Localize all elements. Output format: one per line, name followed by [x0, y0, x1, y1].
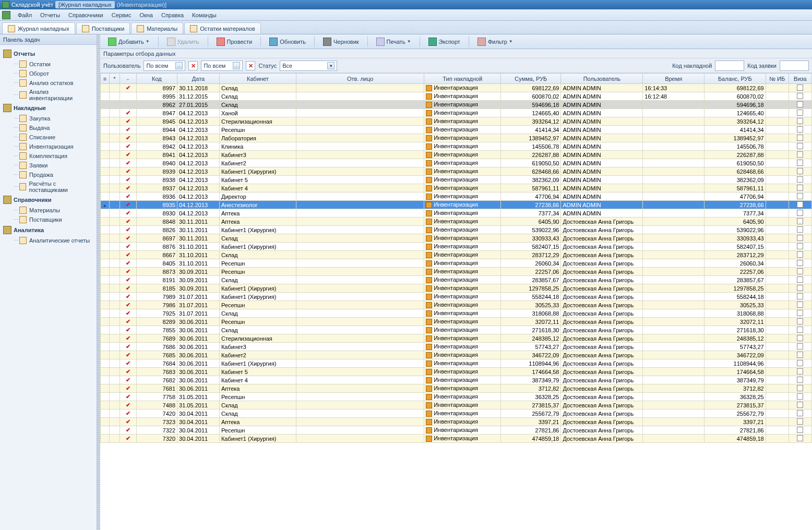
visa-checkbox[interactable] [797, 85, 803, 91]
tab-остатки-материалов[interactable]: Остатки материалов [184, 22, 260, 34]
tree-item[interactable]: ⋯Расчёты с поставщиками [2, 179, 94, 194]
table-row[interactable]: ▸✔893504.12.2013АнестезиологИнвентаризац… [101, 201, 812, 209]
visa-checkbox[interactable] [797, 318, 803, 324]
visa-checkbox[interactable] [797, 243, 803, 249]
menu-отчеты[interactable]: Отчеты [36, 11, 64, 19]
table-row[interactable]: ✔893904.12.2013Кабинет1 (Хирургия)Инвент… [101, 167, 812, 176]
tree-item[interactable]: ⋯Оборот [2, 69, 94, 78]
table-row[interactable]: ✔792531.07.2011СкладИнвентаризация318068… [101, 309, 812, 318]
table-row[interactable]: ✔732330.04.2011АптекаИнвентаризация3397,… [101, 418, 812, 426]
visa-checkbox[interactable] [797, 343, 803, 350]
visa-checkbox[interactable] [797, 168, 803, 174]
tree-item[interactable]: ⋯Инвентаризация [2, 142, 94, 151]
table-row[interactable]: ✔882630.11.2011Кабинет1 (Хирургия)Инвент… [101, 226, 812, 234]
visa-checkbox[interactable] [797, 402, 803, 408]
app-menu-icon[interactable] [2, 11, 10, 19]
tree-group[interactable]: Аналитика [2, 224, 94, 236]
visa-checkbox[interactable] [797, 310, 803, 316]
menu-справочники[interactable]: Справочники [64, 11, 108, 19]
visa-checkbox[interactable] [797, 427, 803, 433]
visa-checkbox[interactable] [797, 135, 803, 141]
tree-item[interactable]: ⋯Заявки [2, 161, 94, 170]
table-row[interactable]: ✔866731.10.2011СкладИнвентаризация283712… [101, 251, 812, 259]
draft-button[interactable]: Черновик [318, 36, 364, 47]
table-row[interactable]: ✔894004.12.2013Кабинет2Инвентаризация619… [101, 159, 812, 167]
refresh-button[interactable]: Обновить [265, 36, 311, 47]
tree-item[interactable]: ⋯Анализ остатков [2, 78, 94, 88]
ellipsis-icon[interactable]: … [233, 62, 240, 69]
visa-checkbox[interactable] [797, 368, 803, 375]
table-row[interactable]: ✔768530.06.2011Кабинет2Инвентаризация346… [101, 351, 812, 359]
tab-журнал-накладных[interactable]: Журнал накладных [2, 22, 75, 34]
visa-checkbox[interactable] [797, 235, 803, 241]
tree-group[interactable]: Отчеты [2, 48, 94, 59]
clear-combo2-button[interactable]: ✕ [246, 61, 255, 70]
invoice-code-input[interactable] [715, 61, 744, 71]
user-combo[interactable]: По всем… [144, 61, 185, 71]
menu-справка[interactable]: Справка [157, 11, 188, 19]
visa-checkbox[interactable] [797, 276, 803, 283]
col-sum[interactable]: Сумма, РУБ [501, 74, 561, 84]
col-code[interactable]: Код [136, 74, 177, 84]
table-row[interactable]: ✔869730.11.2011СкладИнвентаризация330933… [101, 234, 812, 243]
visa-checkbox[interactable] [797, 226, 803, 233]
visa-checkbox[interactable] [797, 193, 803, 199]
status-combo[interactable]: Все▾ [280, 61, 337, 71]
table-row[interactable]: ✔748831.05.2011СкладИнвентаризация273815… [101, 401, 812, 409]
col-visa[interactable]: Виза [789, 74, 811, 84]
visa-checkbox[interactable] [797, 360, 803, 366]
tree-item[interactable]: ⋯Списание [2, 132, 94, 142]
col-star[interactable]: * [110, 74, 120, 84]
visa-checkbox[interactable] [797, 302, 803, 308]
visa-checkbox[interactable] [797, 377, 803, 383]
visa-checkbox[interactable] [797, 435, 803, 441]
table-row[interactable]: ✔894104.12.2013Кабинет3Инвентаризация226… [101, 151, 812, 159]
table-row[interactable]: ✔887330.09.2011РесепшнИнвентаризация2225… [101, 268, 812, 276]
table-row[interactable]: ✔775831.05.2011РесепшнИнвентаризация3632… [101, 393, 812, 401]
tree-item[interactable]: ⋯Анализ инвентаризации [2, 88, 94, 102]
menu-файл[interactable]: Файл [14, 11, 36, 19]
table-row[interactable]: ✔768630.06.2011Кабинет3Инвентаризация577… [101, 343, 812, 351]
tree-group[interactable]: Справочники [2, 194, 94, 206]
table-row[interactable]: ✔798631.07.2011РесепшнИнвентаризация3052… [101, 301, 812, 309]
tree-item[interactable]: ⋯Поставщики [2, 215, 94, 224]
visa-checkbox[interactable] [797, 126, 803, 132]
table-row[interactable]: ✔893704.12.2013Кабинет 4Инвентаризация58… [101, 184, 812, 192]
visa-checkbox[interactable] [797, 335, 803, 341]
table-row[interactable]: ✔798931.07.2011Кабинет1 (Хирургия)Инвент… [101, 293, 812, 301]
post-button[interactable]: Провести [212, 36, 257, 47]
visa-checkbox[interactable] [797, 143, 803, 149]
menu-команды[interactable]: Команды [188, 11, 221, 19]
filter-button[interactable]: Фильтр▼ [473, 36, 518, 47]
visa-checkbox[interactable] [797, 418, 803, 425]
table-row[interactable]: ✔768930.06.2011СтерилизационнаяИнвентари… [101, 334, 812, 343]
table-row[interactable]: ✔894204.12.2013КлиникаИнвентаризация1455… [101, 142, 812, 151]
tree-item[interactable]: ⋯Аналитические отчеты [2, 236, 94, 245]
visa-checkbox[interactable] [797, 101, 803, 107]
active-doc-tab[interactable]: [Журнал накладных [55, 1, 115, 8]
col-bal[interactable]: Баланс, РУБ [704, 74, 766, 84]
tree-group[interactable]: Накладные [2, 102, 94, 114]
visa-checkbox[interactable] [797, 410, 803, 416]
request-code-input[interactable] [780, 61, 809, 71]
col-resp[interactable]: Отв. лицо [296, 74, 424, 84]
table-row[interactable]: ✔887631.10.2011Кабинет1 (Хирургия)Инвент… [101, 243, 812, 251]
visa-checkbox[interactable] [797, 210, 803, 216]
visa-checkbox[interactable] [797, 251, 803, 258]
table-row[interactable]: ✔732030.04.2011Кабинет1 (Хирургия)Инвент… [101, 435, 812, 443]
visa-checkbox[interactable] [797, 393, 803, 400]
dropdown-icon[interactable]: ▾ [327, 62, 335, 69]
col-type[interactable]: Тип накладной [424, 74, 501, 84]
table-row[interactable]: ✔893604.12.2013ДиректорИнвентаризация477… [101, 192, 812, 201]
visa-checkbox[interactable] [797, 201, 803, 208]
table-row[interactable]: ✔768130.06.2011АптекаИнвентаризация3712,… [101, 384, 812, 393]
table-row[interactable]: ✔894404.12.2013РесепшнИнвентаризация4141… [101, 126, 812, 134]
tree-item[interactable]: ⋯Выдача [2, 123, 94, 132]
table-row[interactable]: ✔785530.06.2011СкладИнвентаризация271618… [101, 326, 812, 334]
visa-checkbox[interactable] [797, 268, 803, 274]
table-row[interactable]: ✔819130.09.2011СкладИнвентаризация283857… [101, 276, 812, 284]
col-date[interactable]: Дата [177, 74, 220, 84]
table-row[interactable]: ✔732230.04.2011РесепшнИнвентаризация2782… [101, 426, 812, 435]
col-time[interactable]: Время [643, 74, 704, 84]
print-button[interactable]: Печать▼ [372, 36, 416, 47]
